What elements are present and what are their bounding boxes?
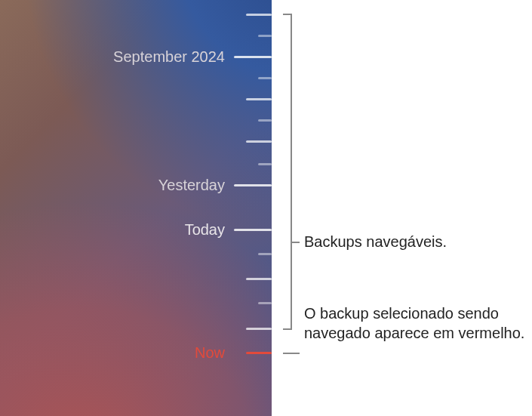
timeline-tick[interactable] bbox=[258, 163, 272, 165]
callout-navigable: Backups navegáveis. bbox=[304, 233, 526, 252]
timeline-tick[interactable] bbox=[246, 98, 272, 100]
timeline-tick-month[interactable] bbox=[234, 56, 272, 58]
timeline-tick[interactable] bbox=[246, 140, 272, 143]
timeline-tick[interactable] bbox=[258, 302, 272, 304]
timeline-tick[interactable] bbox=[246, 328, 272, 330]
timeline-label-yesterday: Yesterday bbox=[158, 177, 225, 194]
timeline-tick-now[interactable] bbox=[246, 352, 272, 354]
timeline-panel: September 2024 Yesterday Today Now bbox=[0, 0, 272, 416]
timeline-label-month: September 2024 bbox=[113, 48, 225, 66]
timeline-tick[interactable] bbox=[258, 253, 272, 255]
timeline-tick[interactable] bbox=[258, 35, 272, 37]
timeline-tick[interactable] bbox=[258, 119, 272, 122]
callout-selected: O backup selecionado sendo navegado apar… bbox=[304, 304, 526, 343]
callout-leader-selected bbox=[283, 353, 300, 354]
timeline-tick[interactable] bbox=[246, 278, 272, 280]
timeline-tick[interactable] bbox=[258, 77, 272, 79]
timeline-ruler[interactable] bbox=[219, 0, 272, 416]
timeline-tick-yesterday[interactable] bbox=[234, 184, 272, 186]
timeline-tick[interactable] bbox=[246, 14, 272, 16]
timeline-tick-today[interactable] bbox=[234, 229, 272, 231]
